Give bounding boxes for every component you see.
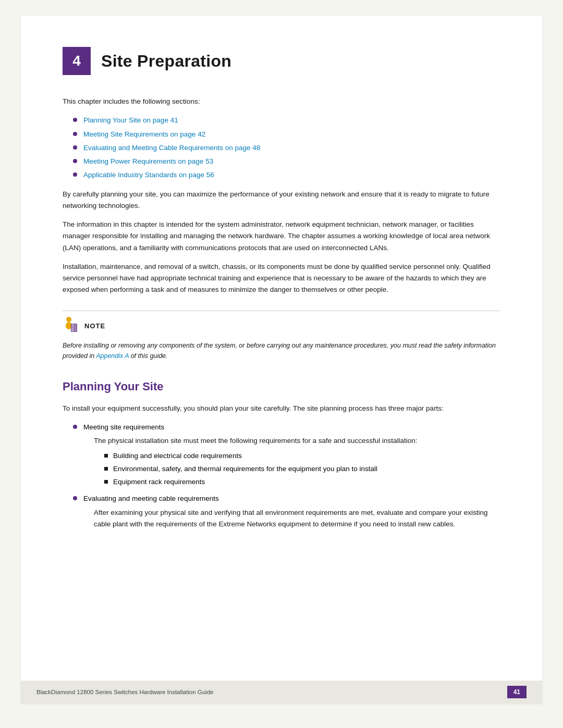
- plan-item-2-content: Evaluating and meeting cable requirement…: [83, 493, 500, 530]
- sub-item-3: Equipment rack requirements: [104, 476, 418, 488]
- plan-item-2-subtext: After examining your physical site and v…: [94, 507, 500, 530]
- chapter-title: Site Preparation: [101, 52, 231, 71]
- chapter-header: 4 Site Preparation: [63, 47, 500, 75]
- sub-item-2: Environmental, safety, and thermal requi…: [104, 463, 418, 475]
- svg-point-0: [66, 317, 71, 322]
- plan-item-2-label: Evaluating and meeting cable requirement…: [83, 495, 219, 502]
- plan-sub-list-1: Building and electrical code requirement…: [104, 450, 418, 488]
- note-header: NOTE: [63, 316, 500, 336]
- section-list: Meeting site requirements The physical i…: [73, 422, 500, 530]
- toc-item-2: Meeting Site Requirements on page 42: [73, 129, 500, 140]
- paragraph-2: The information in this chapter is inten…: [63, 219, 500, 254]
- bullet-dot: [73, 172, 77, 177]
- bullet-dot: [73, 496, 77, 500]
- toc-item-5: Applicable Industry Standards on page 56: [73, 169, 500, 181]
- toc-link-2[interactable]: Meeting Site Requirements on page 42: [83, 129, 205, 140]
- plan-item-2: Evaluating and meeting cable requirement…: [73, 493, 500, 530]
- section-intro: To install your equipment successfully, …: [63, 403, 500, 414]
- note-icon: [63, 316, 79, 336]
- intro-lead: This chapter includes the following sect…: [63, 96, 500, 107]
- page-footer: BlackDiamond 12800 Series Switches Hardw…: [21, 681, 542, 704]
- sub-bullet-square: [104, 454, 108, 458]
- sub-bullet-square: [104, 467, 108, 471]
- note-box: NOTE Before installing or removing any c…: [63, 311, 500, 361]
- bullet-dot: [73, 145, 77, 150]
- chapter-number-badge: 4: [63, 47, 91, 75]
- sub-item-1: Building and electrical code requirement…: [104, 450, 418, 462]
- toc-item-4: Meeting Power Requirements on page 53: [73, 156, 500, 167]
- svg-rect-4: [75, 324, 77, 331]
- svg-rect-7: [72, 329, 74, 329]
- page-container: 4 Site Preparation This chapter includes…: [21, 16, 542, 704]
- bullet-dot: [73, 118, 77, 122]
- plan-item-1-label: Meeting site requirements: [83, 423, 164, 431]
- plan-item-1-content: Meeting site requirements The physical i…: [83, 422, 418, 491]
- note-appendix-link[interactable]: Appendix A: [96, 352, 129, 360]
- svg-rect-6: [72, 327, 74, 328]
- svg-rect-5: [72, 326, 74, 326]
- bullet-dot: [73, 425, 77, 429]
- toc-item-3: Evaluating and Meeting Cable Requirement…: [73, 142, 500, 154]
- toc-list: Planning Your Site on page 41 Meeting Si…: [73, 115, 500, 181]
- note-text: Before installing or removing any compon…: [63, 340, 500, 361]
- toc-link-1[interactable]: Planning Your Site on page 41: [83, 115, 178, 126]
- toc-link-3[interactable]: Evaluating and Meeting Cable Requirement…: [83, 142, 260, 154]
- toc-link-5[interactable]: Applicable Industry Standards on page 56: [83, 169, 214, 181]
- footer-text: BlackDiamond 12800 Series Switches Hardw…: [36, 689, 213, 695]
- paragraph-1: By carefully planning your site, you can…: [63, 189, 500, 212]
- toc-item-1: Planning Your Site on page 41: [73, 115, 500, 126]
- toc-link-4[interactable]: Meeting Power Requirements on page 53: [83, 156, 213, 167]
- paragraph-3: Installation, maintenance, and removal o…: [63, 261, 500, 296]
- note-label: NOTE: [84, 322, 105, 330]
- section-title: Planning Your Site: [63, 380, 500, 393]
- page-number-badge: 41: [507, 686, 527, 698]
- plan-item-1: Meeting site requirements The physical i…: [73, 422, 500, 491]
- plan-item-1-subtext: The physical installation site must meet…: [94, 435, 418, 447]
- bullet-dot: [73, 159, 77, 163]
- bullet-dot: [73, 132, 77, 136]
- sub-bullet-square: [104, 480, 108, 484]
